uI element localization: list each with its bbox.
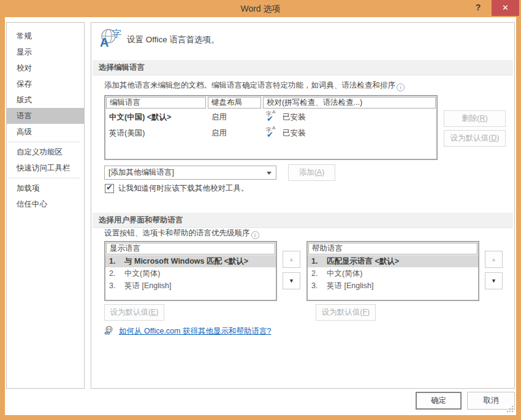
notify-proofing-checkbox[interactable]: ✔	[105, 184, 114, 193]
cancel-button[interactable]: 取消	[467, 392, 515, 410]
help-button[interactable]: ?	[472, 2, 484, 12]
item-number: 2.	[311, 267, 327, 280]
item-number: 2.	[109, 267, 124, 280]
up-arrow-icon: ▲	[491, 256, 496, 262]
content-panel: A 字 设置 Office 语言首选项。 选择编辑语言 添加其他语言来编辑您的文…	[91, 22, 515, 389]
display-language-item-1[interactable]: 1.与 Microsoft Windows 匹配 <默认>	[105, 255, 276, 267]
item-label: 中文(简体)	[327, 267, 362, 280]
table-header-row: 编辑语言 键盘布局 校对(拼写检查、语法检查...)	[105, 96, 436, 109]
info-icon[interactable]: i	[251, 231, 259, 239]
add-button-label-suffix: )	[322, 168, 324, 177]
row-language-name: 英语(美国)	[109, 128, 211, 139]
display-language-item-3[interactable]: 3.英语 [English]	[105, 280, 276, 292]
item-number: 3.	[311, 280, 327, 292]
link-chain-glyph: ∞	[104, 328, 110, 337]
sidebar-item-general[interactable]: 常规	[7, 28, 84, 44]
sidebar-item-typography[interactable]: 版式	[7, 92, 84, 108]
proofing-icon-check: ✔	[267, 114, 273, 123]
sidebar-item-customize-ribbon[interactable]: 自定义功能区	[7, 144, 84, 160]
sidebar-item-advanced[interactable]: 高级	[7, 124, 84, 140]
display-language-list[interactable]: 显示语言 1.与 Microsoft Windows 匹配 <默认> 2.中文(…	[104, 241, 277, 301]
row-proofing-cell: 字 A ✔ 已安装	[265, 112, 306, 123]
info-icon[interactable]: i	[397, 83, 405, 91]
section-header-ui-help-languages: 选择用户界面和帮助语言	[93, 213, 513, 228]
row-proofing-status: 已安装	[283, 112, 306, 123]
set-default-display-label: 设为默认值(	[110, 308, 151, 316]
add-button-label: 添加(	[299, 168, 317, 177]
sidebar-item-quick-access-toolbar[interactable]: 快速访问工具栏	[7, 160, 84, 176]
column-header-editing-language: 编辑语言	[106, 97, 206, 109]
sidebar-item-proofing[interactable]: 校对	[7, 60, 84, 76]
sidebar-item-trust-center[interactable]: 信任中心	[7, 196, 84, 212]
editing-languages-description-text: 添加其他语言来编辑您的文档。编辑语言确定语言特定功能，如词典、语法检查和排序	[104, 81, 395, 90]
set-default-access-key: D	[491, 134, 496, 142]
set-default-help-access-key: F	[362, 308, 367, 316]
ui-help-description: 设置按钮、选项卡和帮助的语言优先级顺序i	[104, 228, 259, 239]
help-move-down-button[interactable]: ▼	[485, 272, 503, 289]
help-language-list-header: 帮助语言	[308, 243, 477, 254]
down-arrow-icon: ▼	[289, 278, 294, 284]
help-language-item-3[interactable]: 3.英语 [English]	[308, 280, 478, 292]
remove-button-label: 删除(	[462, 114, 479, 123]
row-proofing-cell: 字 A ✔ 已安装	[265, 128, 306, 139]
display-move-up-button[interactable]: ▲	[283, 251, 300, 268]
display-move-down-button[interactable]: ▼	[283, 272, 300, 289]
sidebar-separator	[8, 178, 80, 178]
remove-button-label-suffix: )	[485, 114, 488, 123]
help-language-list[interactable]: 帮助语言 1.匹配显示语言 <默认> 2.中文(简体) 3.英语 [Englis…	[306, 241, 479, 301]
set-default-display-button[interactable]: 设为默认值(E)	[104, 304, 164, 321]
help-move-up-button[interactable]: ▲	[485, 251, 503, 268]
help-language-item-2[interactable]: 2.中文(简体)	[308, 267, 478, 280]
editing-languages-description: 添加其他语言来编辑您的文档。编辑语言确定语言特定功能，如词典、语法检查和排序i	[104, 80, 405, 91]
set-default-language-button[interactable]: 设为默认值(D)	[444, 130, 506, 147]
sidebar-item-display[interactable]: 显示	[7, 44, 84, 60]
sidebar-item-language[interactable]: 语言	[7, 108, 84, 124]
up-arrow-icon: ▲	[289, 256, 294, 262]
set-default-help-label: 设为默认值(	[322, 308, 363, 316]
row-keyboard-status: 启用	[211, 112, 265, 123]
display-language-item-2[interactable]: 2.中文(简体)	[105, 267, 276, 280]
remove-button[interactable]: 删除(R)	[444, 110, 506, 127]
add-button-access-key: A	[317, 168, 322, 177]
remove-button-access-key: R	[479, 114, 485, 123]
title-bar[interactable]: Word 选项 ? ✕	[0, 0, 521, 17]
dialog-body: 常规 显示 校对 保存 版式 语言 高级 自定义功能区 快速访问工具栏 加载项 …	[5, 17, 516, 415]
table-row-chinese[interactable]: 中文(中国) <默认> 启用 字 A ✔ 已安装	[105, 109, 436, 125]
item-number: 1.	[311, 255, 327, 267]
editing-languages-table[interactable]: 编辑语言 键盘布局 校对(拼写检查、语法检查...) 中文(中国) <默认> 启…	[104, 95, 438, 160]
sidebar-item-save[interactable]: 保存	[7, 76, 84, 92]
display-language-list-header: 显示语言	[106, 243, 275, 254]
language-icon-zi-glyph: 字	[112, 28, 121, 40]
language-icon-letter-a: A	[100, 36, 108, 50]
set-default-label: 设为默认值(	[451, 134, 492, 142]
item-label: 英语 [English]	[124, 280, 171, 292]
close-button[interactable]: ✕	[492, 0, 519, 16]
item-label: 中文(简体)	[124, 267, 160, 280]
item-label: 与 Microsoft Windows 匹配 <默认>	[124, 255, 248, 267]
add-language-dropdown[interactable]: [添加其他编辑语言]	[104, 166, 276, 180]
sidebar-item-addins[interactable]: 加载项	[7, 180, 84, 196]
add-language-button[interactable]: 添加(A)	[288, 164, 335, 181]
row-language-name: 中文(中国) <默认>	[109, 112, 211, 123]
resize-grip[interactable]	[512, 411, 513, 412]
item-label: 匹配显示语言 <默认>	[327, 255, 399, 267]
proofing-check-icon: 字 A ✔	[265, 112, 278, 123]
office-com-link-row: ∞ 如何从 Office.com 获得其他显示和帮助语言?	[104, 326, 271, 337]
office-com-language-link[interactable]: 如何从 Office.com 获得其他显示和帮助语言?	[119, 326, 271, 337]
chevron-down-icon	[267, 172, 272, 175]
ui-help-description-text: 设置按钮、选项卡和帮助的语言优先级顺序	[104, 229, 250, 237]
column-header-keyboard-layout: 键盘布局	[208, 97, 261, 109]
ok-button[interactable]: 确定	[416, 392, 462, 410]
set-default-help-label-suffix: )	[367, 308, 370, 316]
office-language-icon: A 字	[99, 28, 125, 52]
help-language-item-1[interactable]: 1.匹配显示语言 <默认>	[308, 255, 478, 267]
item-number: 3.	[109, 280, 124, 292]
notify-proofing-label: 让我知道何时应该下载其他校对工具。	[118, 183, 249, 194]
item-number: 1.	[109, 255, 124, 267]
web-link-icon: ∞	[104, 326, 116, 337]
table-row-english[interactable]: 英语(美国) 启用 字 A ✔ 已安装	[105, 125, 436, 141]
dialog-title: Word 选项	[0, 4, 521, 15]
down-arrow-icon: ▼	[491, 278, 496, 284]
column-header-proofing: 校对(拼写检查、语法检查...)	[263, 97, 436, 109]
set-default-help-button[interactable]: 设为默认值(F)	[316, 304, 376, 321]
